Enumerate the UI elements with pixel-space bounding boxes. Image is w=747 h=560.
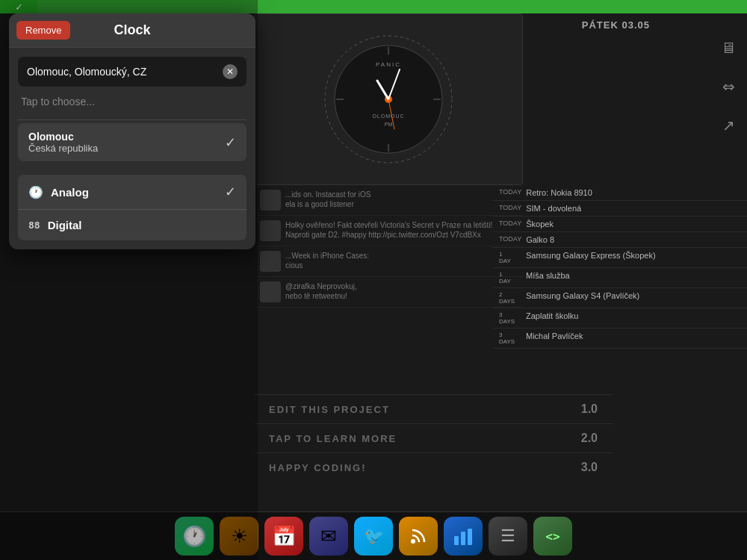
analog-option-left: 🕐 Analog	[28, 185, 89, 199]
country-name: Česká republika	[28, 143, 98, 154]
svg-text:OLOMOUC: OLOMOUC	[372, 113, 404, 119]
analog-clock: PANIC OLOMOUC PM	[321, 32, 456, 167]
tweet-item: @zirafka Neprovokuj,nebo tě retweetnu!	[254, 277, 523, 308]
svg-rect-14	[454, 536, 459, 545]
tweet-item: ...Week in iPhone Cases:cious	[254, 246, 523, 277]
bg-cal-item: TODAY Galko 8	[493, 232, 747, 248]
dock-chart-icon[interactable]	[444, 517, 483, 556]
bg-calendar-items: TODAY Retro: Nokia 8910 TODAY SIM - dovo…	[493, 185, 747, 349]
digital-option[interactable]: 88 Digital	[18, 210, 247, 240]
tweet-avatar	[260, 251, 281, 272]
bg-cal-item: TODAY SIM - dovolená	[493, 201, 747, 217]
bg-cal-item: 3DAYS Zaplatit školku	[493, 308, 747, 329]
city-name: Olomouc	[28, 131, 98, 143]
dock-code-icon[interactable]: <>	[533, 517, 572, 556]
bg-cal-item: TODAY Retro: Nokia 8910	[493, 185, 747, 201]
bg-cal-item: TODAY Škopek	[493, 217, 747, 232]
right-sidebar: 🖥 ⇔ ↗	[710, 28, 747, 137]
clock-widget: PANIC OLOMOUC PM	[254, 13, 523, 185]
dock-mail-icon[interactable]: ✉	[309, 517, 348, 556]
svg-rect-16	[468, 529, 472, 545]
location-result-text: Olomouc Česká republika	[28, 131, 98, 154]
location-result[interactable]: Olomouc Česká republika ✓	[18, 123, 247, 161]
bg-project-rows: EDIT THIS PROJECT 1.0 TAP TO LEARN MORE …	[254, 394, 613, 482]
svg-point-13	[411, 539, 415, 544]
dock-twitter-icon[interactable]: 🐦	[354, 517, 393, 556]
dock-rss-icon[interactable]	[399, 517, 438, 556]
svg-text:PM: PM	[385, 122, 393, 127]
location-field[interactable]: Olomouc, Olomoucký, CZ ✕	[18, 57, 247, 87]
tap-placeholder[interactable]: Tap to choose...	[18, 90, 247, 113]
resize-icon[interactable]: ⇔	[716, 75, 740, 99]
clear-location-button[interactable]: ✕	[223, 64, 238, 79]
svg-text:PANIC: PANIC	[376, 61, 401, 68]
divider-1	[18, 119, 247, 120]
bg-cal-item: 2DAYS Samsung Galaxy S4 (Pavlíček)	[493, 288, 747, 308]
analog-check: ✓	[225, 184, 236, 200]
digital-option-left: 88 Digital	[28, 219, 82, 231]
modal-title: Clock	[114, 22, 150, 38]
section-gap	[9, 164, 255, 172]
bg-tweets: ...ids on. Instacast for iOSela is a goo…	[254, 185, 523, 308]
share-icon[interactable]: ↗	[716, 113, 740, 137]
remove-button[interactable]: Remove	[16, 21, 70, 40]
analog-label: Analog	[51, 186, 89, 199]
tweet-item: Holky ověřeno! Fakt otevřeli Victoria's …	[254, 216, 523, 246]
digital-clock-icon: 88	[28, 220, 40, 231]
analog-clock-icon: 🕐	[28, 185, 43, 199]
tweet-avatar	[260, 220, 281, 241]
selected-check: ✓	[225, 134, 236, 151]
bg-cal-item: 1DAY Samsung Galaxy Express (Škopek)	[493, 248, 747, 268]
modal-header: Remove Clock	[9, 13, 255, 48]
dock-calendar-icon[interactable]: 📅	[264, 517, 303, 556]
bg-row-1: EDIT THIS PROJECT 1.0	[254, 394, 613, 423]
analog-option[interactable]: 🕐 Analog ✓	[18, 175, 247, 210]
bg-cal-item: 3DAYS Michal Pavlíček	[493, 329, 747, 349]
tweet-avatar	[260, 281, 281, 302]
tweet-avatar	[260, 190, 281, 211]
tweet-item: ...ids on. Instacast for iOSela is a goo…	[254, 185, 523, 216]
dock-list-icon[interactable]: ☰	[489, 517, 527, 556]
svg-rect-15	[461, 532, 465, 545]
location-value: Olomouc, Olomoucký, CZ	[27, 66, 146, 78]
clock-settings-modal: Remove Clock Olomouc, Olomoucký, CZ ✕ Ta…	[9, 13, 255, 249]
bg-row-2: TAP TO LEARN MORE 2.0	[254, 423, 613, 452]
bg-row-3: HAPPY CODING! 3.0	[254, 452, 613, 482]
monitor-icon[interactable]: 🖥	[716, 36, 740, 60]
bg-date: PÁTEK 03.05	[582, 19, 650, 31]
digital-label: Digital	[48, 219, 82, 231]
bg-cal-item: 1DAY Míša služba	[493, 268, 747, 288]
